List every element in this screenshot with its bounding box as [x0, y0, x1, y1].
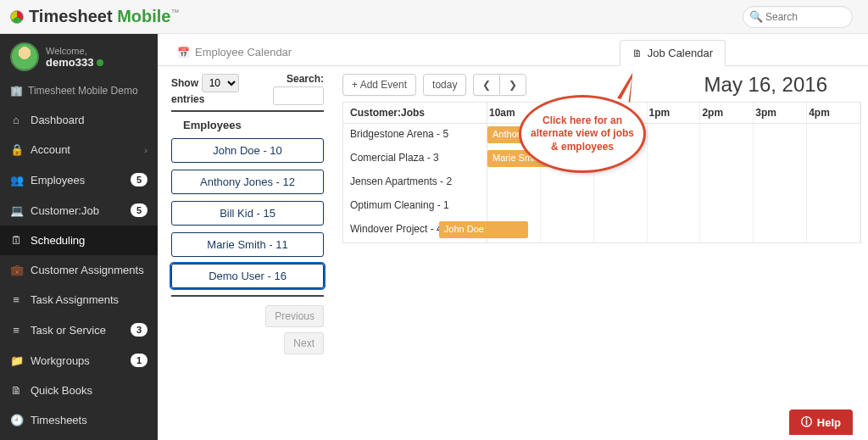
- today-button[interactable]: today: [423, 74, 466, 96]
- nav-icon: ⌂: [10, 114, 22, 126]
- search-icon: 🔍: [749, 10, 763, 23]
- time-slot-header: 2pm: [700, 103, 754, 123]
- next-button[interactable]: Next: [284, 332, 324, 354]
- employee-chip[interactable]: Anthony Jones - 12: [171, 170, 324, 194]
- trademark: ™: [170, 8, 179, 17]
- calendar-cell[interactable]: [700, 219, 754, 242]
- add-event-button[interactable]: + Add Event: [342, 74, 416, 96]
- nav-label: Customer Assignments: [31, 264, 147, 276]
- welcome-label: Welcome,: [46, 46, 103, 56]
- nav-icon: 🕘: [10, 414, 22, 426]
- next-day-button[interactable]: ❯: [499, 74, 526, 96]
- calendar-cell[interactable]: [807, 148, 860, 171]
- tab-bar: 📅 Employee Calendar 🗎 Job Calendar: [158, 34, 868, 66]
- count-badge: 1: [131, 354, 147, 367]
- sidebar-item-approved-timesheets[interactable]: ≡Approved Timesheets: [0, 435, 158, 440]
- logo-word1: Timesheet: [29, 7, 113, 25]
- nav-label: Task Assignments: [31, 293, 147, 306]
- show-label: Show: [171, 77, 198, 89]
- hint-callout: Click here for an alternate view of jobs…: [519, 95, 646, 173]
- sidebar-item-account[interactable]: 🔒Account›: [0, 135, 158, 164]
- employee-chip[interactable]: Marie Smith - 11: [171, 232, 324, 257]
- nav-label: Timesheets: [31, 414, 147, 426]
- tab-employee-calendar[interactable]: 📅 Employee Calendar: [164, 39, 304, 65]
- row-slots[interactable]: [487, 195, 860, 219]
- calendar-cell[interactable]: [807, 219, 860, 242]
- time-slot-header: 1pm: [648, 103, 701, 123]
- nav-label: Task or Service: [31, 324, 122, 337]
- calendar-event[interactable]: John Doe: [439, 221, 529, 238]
- calendar-cell[interactable]: [648, 171, 701, 195]
- calendar-title: May 16, 2016: [704, 73, 861, 97]
- calendar-cell[interactable]: [541, 195, 594, 219]
- sidebar-item-dashboard[interactable]: ⌂Dashboard: [0, 105, 158, 135]
- sidebar-item-customer-job[interactable]: 💻Customer:Job5: [0, 195, 158, 226]
- entries-label: entries: [171, 93, 204, 105]
- nav-icon: 👥: [10, 174, 22, 187]
- row-slots[interactable]: John Doe: [487, 219, 860, 242]
- calendar-cell[interactable]: [754, 219, 807, 242]
- calendar-cell[interactable]: [754, 148, 807, 171]
- calendar-row: Jensen Apartments - 2: [343, 171, 860, 195]
- nav-label: Scheduling: [31, 234, 147, 247]
- sidebar-item-task-assignments[interactable]: ≡Task Assignments: [0, 285, 158, 315]
- sidebar-item-task-or-service[interactable]: ≡Task or Service3: [0, 315, 158, 345]
- calendar-cell[interactable]: [754, 195, 807, 219]
- employee-chip[interactable]: Bill Kid - 15: [171, 201, 324, 226]
- calendar-cell[interactable]: [594, 171, 648, 195]
- sidebar-item-scheduling[interactable]: 🗓Scheduling: [0, 226, 158, 255]
- calendar-cell[interactable]: [487, 171, 541, 195]
- nav-icon: 📁: [10, 354, 22, 367]
- calendar-cell[interactable]: [807, 195, 860, 219]
- calendar-cell[interactable]: [541, 219, 594, 242]
- calendar-cell[interactable]: [807, 171, 860, 195]
- username: demo333: [46, 56, 103, 69]
- calendar-cell[interactable]: [807, 124, 860, 148]
- calendar-cell[interactable]: [700, 171, 754, 195]
- logo: Timesheet Mobile™: [10, 7, 179, 26]
- global-search: 🔍: [743, 6, 853, 28]
- nav-label: Workgroups: [31, 354, 122, 367]
- sidebar-item-workgroups[interactable]: 📁Workgroups1: [0, 345, 158, 376]
- calendar-cell[interactable]: [754, 124, 807, 148]
- employees-heading: Employees: [183, 119, 324, 131]
- employee-chip[interactable]: John Doe - 10: [171, 138, 324, 163]
- page-size-select[interactable]: 10: [202, 74, 239, 92]
- calendar-cell[interactable]: [700, 124, 754, 148]
- callout-text: Click here for an alternate view of jobs…: [530, 114, 635, 154]
- row-slots[interactable]: [487, 171, 860, 195]
- pager: Previous Next: [171, 305, 324, 354]
- resource-header: Customer:Jobs: [343, 103, 487, 123]
- calendar-row: Optimum Cleaning - 1: [343, 195, 860, 219]
- nav-buttons: ❮ ❯: [473, 74, 526, 96]
- calendar-cell[interactable]: [594, 195, 648, 219]
- calendar-cell[interactable]: [648, 195, 701, 219]
- avatar: [10, 42, 39, 71]
- tab-employee-label: Employee Calendar: [195, 46, 292, 58]
- tab-job-calendar[interactable]: 🗎 Job Calendar: [620, 40, 726, 66]
- logo-icon: [10, 10, 24, 24]
- employee-chip[interactable]: Demo User - 16: [171, 264, 324, 288]
- search-label: Search:: [273, 73, 324, 85]
- calendar-cell[interactable]: [594, 219, 648, 242]
- prev-day-button[interactable]: ❮: [473, 74, 499, 96]
- calendar-cell[interactable]: [700, 195, 754, 219]
- calendar-cell[interactable]: [541, 171, 594, 195]
- calendar-cell[interactable]: [648, 148, 701, 171]
- count-badge: 5: [131, 203, 147, 217]
- sidebar-item-timesheets[interactable]: 🕘Timesheets: [0, 405, 158, 435]
- calendar-cell[interactable]: [700, 148, 754, 171]
- divider: [171, 110, 324, 112]
- top-bar: Timesheet Mobile™ 🔍: [0, 0, 868, 34]
- sidebar-item-employees[interactable]: 👥Employees5: [0, 164, 158, 195]
- calendar-cell[interactable]: [754, 171, 807, 195]
- calendar-cell[interactable]: [648, 124, 701, 148]
- calendar-cell[interactable]: [648, 219, 701, 242]
- employee-search-input[interactable]: [273, 86, 324, 105]
- calendar-cell[interactable]: [487, 195, 541, 219]
- calendar-row: Windover Project - 4John Doe: [343, 219, 860, 242]
- help-button[interactable]: ⓘ Help: [789, 409, 853, 435]
- previous-button[interactable]: Previous: [265, 305, 324, 327]
- sidebar-item-customer-assignments[interactable]: 💼Customer Assignments: [0, 255, 158, 285]
- sidebar-item-quick-books[interactable]: 🗎Quick Books: [0, 376, 158, 405]
